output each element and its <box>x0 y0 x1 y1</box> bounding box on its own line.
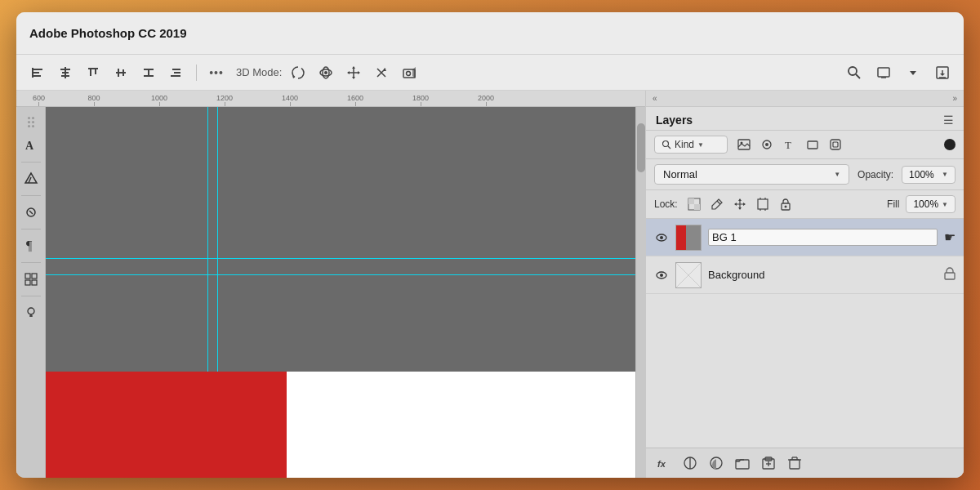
svg-rect-50 <box>32 280 37 285</box>
svg-rect-13 <box>122 69 124 76</box>
svg-rect-10 <box>95 69 96 74</box>
kind-row: Kind ▼ T <box>646 131 964 159</box>
svg-rect-62 <box>831 140 840 149</box>
layer-item-bg1[interactable]: ☛ <box>646 219 964 256</box>
kind-filter-image[interactable] <box>736 136 752 153</box>
toolbar-distribute-icon[interactable] <box>137 61 160 84</box>
ruler-mark: 600 <box>16 94 61 106</box>
toolbar-align-middle-icon[interactable] <box>109 61 132 84</box>
search-small-icon <box>662 140 671 149</box>
lock-artboards[interactable] <box>755 196 771 212</box>
svg-text:fx: fx <box>657 459 666 469</box>
svg-line-45 <box>29 211 33 214</box>
panel-collapse-right[interactable]: » <box>952 94 957 103</box>
tool-type[interactable]: A <box>20 134 42 157</box>
scrollbar-thumb[interactable] <box>637 123 645 172</box>
layer-name-input-bg1[interactable] <box>708 229 938 246</box>
toolbar-dropdown-icon[interactable] <box>902 61 924 84</box>
kind-filter-smart[interactable] <box>827 136 844 153</box>
canvas-white-area <box>287 372 635 478</box>
blend-mode-select[interactable]: Normal ▼ <box>654 164 849 185</box>
toolbar-align-center-icon[interactable] <box>54 61 77 84</box>
svg-rect-34 <box>878 68 889 77</box>
svg-marker-28 <box>383 68 386 71</box>
layers-menu-icon[interactable]: ☰ <box>943 114 954 127</box>
ruler-mark: 1600 <box>323 94 388 106</box>
svg-rect-65 <box>688 198 694 204</box>
ruler-mark: 800 <box>61 94 127 106</box>
toolbar-more-icon[interactable]: ••• <box>205 61 228 84</box>
toolbar-3d-orbit-icon[interactable] <box>314 61 337 84</box>
fill-input[interactable]: 100% ▼ <box>906 195 956 213</box>
layer-new-icon[interactable] <box>759 453 778 473</box>
title-bar: Adobe Photoshop CC 2019 <box>16 12 964 55</box>
lock-icons <box>686 196 794 212</box>
canvas-viewport[interactable] <box>46 107 635 478</box>
toolbar-3d-pan-icon[interactable] <box>342 61 365 84</box>
kind-filter-text[interactable]: T <box>782 136 798 153</box>
toolbar-3d-move-icon[interactable] <box>370 61 393 84</box>
lock-position[interactable] <box>732 196 748 212</box>
toolbar-align-left-icon[interactable] <box>26 61 49 84</box>
svg-rect-47 <box>25 274 30 278</box>
svg-text:A: A <box>25 140 34 152</box>
layer-mask-icon[interactable] <box>706 453 726 473</box>
tool-lightbulb[interactable] <box>20 301 42 324</box>
toolbar-export-icon[interactable] <box>931 61 954 84</box>
lock-transparent-pixels[interactable] <box>686 196 702 212</box>
kind-select-text: Kind <box>675 139 694 150</box>
opacity-label: Opacity: <box>858 169 893 180</box>
toolbar-3d-camera-icon[interactable] <box>398 61 421 84</box>
lock-image-pixels[interactable] <box>709 196 725 212</box>
svg-marker-39 <box>940 74 945 76</box>
toolbar-3d-rotate-icon[interactable] <box>287 61 310 84</box>
tool-brush[interactable] <box>20 201 42 224</box>
lock-row: Lock: <box>646 190 964 219</box>
tool-separator-5 <box>21 296 41 296</box>
svg-rect-88 <box>945 273 955 279</box>
svg-marker-27 <box>358 71 360 74</box>
layer-item-background[interactable]: Background <box>646 256 964 294</box>
layer-thumbnail-background <box>675 262 702 288</box>
svg-rect-48 <box>32 274 37 278</box>
opacity-input[interactable]: 100% ▼ <box>902 166 956 184</box>
layer-name-background: Background <box>708 269 938 281</box>
toolbar-align-top-icon[interactable] <box>82 61 105 84</box>
kind-filter-adjustment[interactable] <box>759 136 775 153</box>
svg-rect-99 <box>790 460 800 469</box>
svg-point-51 <box>28 308 34 314</box>
layers-header: Layers ☰ <box>646 107 964 131</box>
kind-select[interactable]: Kind ▼ <box>654 136 728 154</box>
svg-marker-25 <box>352 77 355 79</box>
tool-grid[interactable] <box>20 268 42 291</box>
tool-paragraph[interactable]: ¶ <box>20 234 42 257</box>
fill-label: Fill <box>887 198 899 210</box>
kind-dropdown-arrow: ▼ <box>697 141 704 149</box>
app-title: Adobe Photoshop CC 2019 <box>29 26 187 40</box>
toolbar-separator <box>196 65 197 81</box>
layer-fx-icon[interactable]: fx <box>654 453 674 473</box>
kind-filter-shape[interactable] <box>804 136 821 153</box>
toolbar-align-right-icon[interactable] <box>165 61 188 84</box>
layer-delete-icon[interactable] <box>785 453 804 473</box>
toolbar-search-icon[interactable] <box>843 61 866 84</box>
layer-adjustment-icon[interactable] <box>680 453 700 473</box>
layer-thumbnail-bg1 <box>675 225 702 251</box>
svg-marker-36 <box>910 71 916 75</box>
ruler-mark: 1800 <box>388 94 453 106</box>
ruler-horizontal: 600 800 1000 1200 1400 1600 1800 2000 <box>16 91 645 107</box>
layer-group-icon[interactable] <box>733 453 752 473</box>
tool-separator-2 <box>21 195 41 196</box>
layer-visibility-bg1[interactable] <box>654 230 669 245</box>
cursor-hand-icon: ☛ <box>944 229 956 245</box>
guide-horizontal-2 <box>46 274 635 275</box>
main-area: 600 800 1000 1200 1400 1600 1800 2000 <box>16 91 964 478</box>
toolbar-screen-mode-icon[interactable] <box>872 61 895 84</box>
tool-shape[interactable] <box>20 167 42 190</box>
panel-collapse-left[interactable]: « <box>653 94 657 103</box>
layer-visibility-background[interactable] <box>654 268 669 283</box>
ruler-mark: 1400 <box>257 94 323 106</box>
canvas-scrollbar[interactable] <box>635 107 645 478</box>
lock-all[interactable] <box>777 196 794 212</box>
tools-panel: A ¶ <box>16 107 46 478</box>
